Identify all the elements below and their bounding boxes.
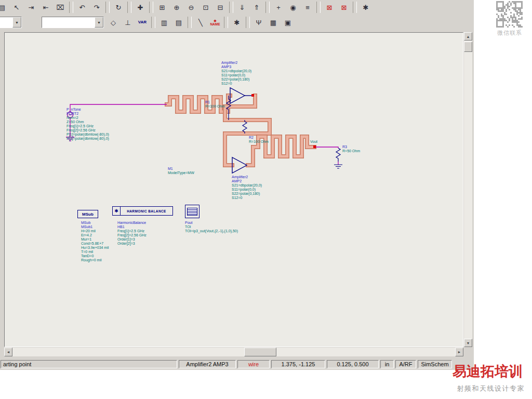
- qr-finder-pattern: [496, 20, 504, 28]
- microstrip-meander-traces[interactable]: [167, 96, 314, 165]
- redo-icon: ↷: [94, 4, 100, 11]
- measurement-equation-box[interactable]: [185, 205, 200, 218]
- zoom-in-area-icon[interactable]: ⊞: [155, 1, 169, 14]
- draw-wire-icon[interactable]: ╲: [194, 16, 207, 29]
- zoom-out-icon[interactable]: ⊖: [184, 1, 198, 14]
- open-design-icon[interactable]: ▤: [0, 1, 9, 14]
- insert-var-icon-label: VAR: [138, 20, 147, 24]
- simulation-settings-icon: ✱: [234, 19, 240, 26]
- status-delta-position: 0.125, 0.500: [327, 360, 379, 368]
- hb-box-label: HARMONIC BALANCE: [121, 209, 172, 213]
- insert-var-icon[interactable]: VAR: [136, 16, 149, 29]
- toolbar-separator: [265, 2, 270, 13]
- tune-parameters-icon: ✱: [363, 4, 369, 11]
- select-pointer-icon[interactable]: ↖: [10, 1, 23, 14]
- meas-eqn-icon: [187, 208, 197, 216]
- push-design-down-icon: ⇓: [240, 4, 245, 11]
- insert-pin-icon: ◉: [290, 4, 296, 11]
- view-all-icon[interactable]: ⊟: [214, 1, 227, 14]
- status-technology: A/RF: [395, 360, 416, 368]
- chevron-down-icon[interactable]: ▼: [12, 17, 21, 28]
- ground-symbol[interactable]: [334, 165, 342, 168]
- data-display-icon: ▦: [270, 19, 276, 26]
- toolbar-separator: [127, 2, 131, 13]
- qr-finder-pattern: [496, 1, 504, 9]
- current-probe-icon: Ψ: [256, 19, 262, 26]
- delete-icon: ⌧: [57, 4, 64, 11]
- horizontal-scrollbar[interactable]: ◄ ►: [4, 348, 463, 356]
- library-browser-icon: ▥: [161, 19, 167, 26]
- undo-icon[interactable]: ↶: [75, 1, 89, 14]
- new-data-display-icon[interactable]: ▣: [281, 16, 295, 29]
- status-selected-component: Amplifier2 AMP3: [179, 360, 236, 368]
- zoom-selection-icon: ⊡: [203, 4, 209, 11]
- zoom-in-icon[interactable]: ⊕: [170, 1, 183, 14]
- zoom-out-icon: ⊖: [189, 4, 194, 11]
- vertical-scroll-thumb[interactable]: [464, 42, 472, 52]
- msub-box-label: MSub: [82, 212, 94, 217]
- vertical-scrollbar[interactable]: ▲ ▼: [464, 32, 472, 347]
- data-display-icon[interactable]: ▦: [267, 16, 280, 29]
- simulation-settings-icon[interactable]: ✱: [230, 16, 244, 29]
- rotate-icon: ↻: [116, 4, 122, 11]
- status-message: arting point: [1, 360, 177, 368]
- new-data-display-icon: ▣: [285, 19, 291, 26]
- scroll-down-icon[interactable]: ▼: [464, 339, 472, 347]
- component-palette-select[interactable]: ▼: [0, 17, 22, 28]
- schematic-drawing: [5, 33, 463, 347]
- pop-out-hierarchy-icon[interactable]: ⇤: [39, 1, 52, 14]
- scroll-right-icon[interactable]: ►: [455, 348, 463, 356]
- redo-icon[interactable]: ↷: [90, 1, 103, 14]
- component-parameters-icon: ≡: [305, 4, 310, 11]
- display-template-icon[interactable]: ▤: [172, 16, 185, 29]
- toolbar-separator: [69, 2, 73, 13]
- pop-design-up-icon: ⇑: [254, 4, 260, 11]
- current-probe-icon[interactable]: Ψ: [252, 16, 265, 29]
- schematic-canvas[interactable]: MSub ✱ HARMONIC BALANCE P_nTonePORT2Num=…: [4, 32, 463, 347]
- toolbar-separator: [316, 2, 321, 13]
- tune-parameters-icon[interactable]: ✱: [359, 1, 373, 14]
- insert-polygon-icon[interactable]: ◇: [107, 16, 120, 29]
- wire-name-icon[interactable]: ◆NAME: [208, 16, 222, 29]
- horizontal-scroll-thumb[interactable]: [244, 348, 276, 356]
- push-design-down-icon[interactable]: ⇓: [235, 1, 249, 14]
- deactivate-component-icon[interactable]: ⊠: [323, 1, 336, 14]
- scroll-up-icon[interactable]: ▲: [464, 32, 472, 41]
- view-all-icon: ⊟: [218, 4, 223, 11]
- toolbar-separator: [224, 17, 228, 28]
- qr-finder-pattern: [515, 1, 523, 9]
- toolbar-separator: [149, 2, 153, 13]
- pop-design-up-icon[interactable]: ⇑: [250, 1, 263, 14]
- move-icon[interactable]: ✚: [134, 1, 147, 14]
- delete-icon[interactable]: ⌧: [54, 1, 67, 14]
- undo-icon: ↶: [79, 4, 85, 11]
- wire-name-icon-label: NAME: [210, 22, 220, 26]
- insert-pin-icon[interactable]: ◉: [286, 1, 300, 14]
- toolbar-separator: [246, 17, 250, 28]
- insert-ground-icon[interactable]: ⊥: [121, 16, 135, 29]
- msub-substrate-box[interactable]: MSub: [77, 210, 98, 218]
- status-bar: arting pointAmplifier2 AMP3wire1.375, -1…: [0, 358, 470, 369]
- status-tool-name: SimSchem: [418, 360, 452, 368]
- library-browser-icon[interactable]: ▥: [157, 16, 171, 29]
- push-into-hierarchy-icon[interactable]: ⇥: [24, 1, 38, 14]
- rotate-icon[interactable]: ↻: [112, 1, 125, 14]
- component-history-select[interactable]: ▼: [42, 17, 104, 28]
- insert-wire-icon[interactable]: +: [272, 1, 285, 14]
- zoom-selection-icon[interactable]: ⊡: [199, 1, 212, 14]
- short-component-icon[interactable]: ⊠: [337, 1, 351, 14]
- amplifier-symbols[interactable]: [230, 88, 253, 173]
- toolbar-separator: [188, 17, 192, 28]
- watermark-subtitle: 射频和天线设计专家: [457, 384, 525, 393]
- scroll-left-icon[interactable]: ◄: [4, 348, 12, 356]
- insert-wire-icon: +: [276, 4, 281, 11]
- toolbar-separator: [105, 2, 110, 13]
- chevron-down-icon[interactable]: ▼: [95, 17, 103, 28]
- harmonic-balance-controller[interactable]: ✱ HARMONIC BALANCE: [112, 206, 173, 216]
- component-parameters-icon[interactable]: ≡: [301, 1, 314, 14]
- toolbar-separator: [151, 17, 155, 28]
- status-edit-mode: wire: [237, 360, 270, 368]
- toolbar-separator: [229, 2, 233, 13]
- status-cursor-position: 1.375, -1.125: [271, 360, 325, 368]
- select-pointer-icon: ↖: [14, 4, 20, 11]
